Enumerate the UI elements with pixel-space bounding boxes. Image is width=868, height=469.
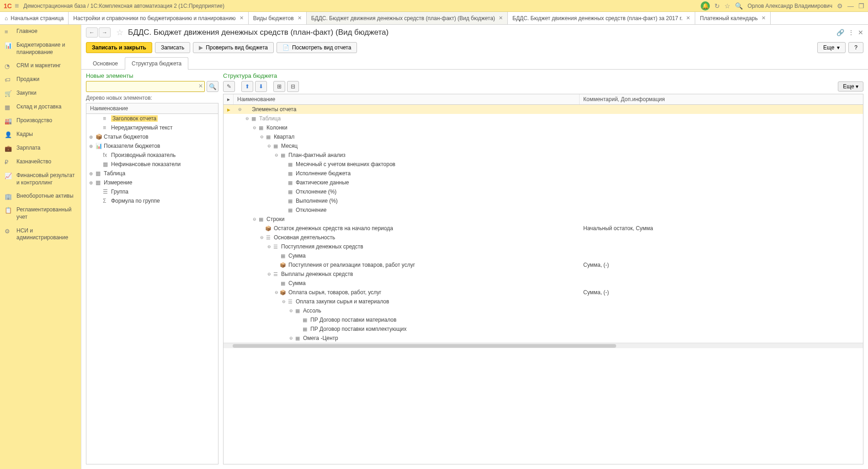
structure-row-4[interactable]: ⊖▦Месяц (224, 141, 863, 151)
move-up-button[interactable]: ⬆ (241, 81, 253, 92)
element-row-2[interactable]: ⊕📦Статьи бюджетов (86, 132, 218, 141)
more-icon[interactable]: ⋮ (848, 29, 854, 36)
sidebar-item-2[interactable]: ◔CRM и маркетинг (0, 59, 81, 73)
expand-icon[interactable]: ⊕ (89, 180, 96, 185)
expand-icon[interactable]: ⊖ (274, 290, 279, 295)
expand-icon[interactable]: ⊖ (266, 244, 272, 249)
sidebar-item-3[interactable]: 🏷Продажи (0, 73, 81, 86)
main-menu-icon[interactable]: ≡ (15, 2, 19, 10)
sidebar-item-1[interactable]: 📊Бюджетирование и планирование (0, 38, 81, 59)
structure-row-5[interactable]: ⊖▦План-фактный анализ (224, 151, 863, 160)
sidebar-item-6[interactable]: 🏭Производство (0, 114, 81, 128)
structure-row-6[interactable]: ▦Месячный с учетом внешних факторов (224, 160, 863, 169)
element-row-4[interactable]: fxПроизводный показатель (86, 151, 218, 160)
help-button[interactable]: ? (848, 42, 863, 53)
structure-row-13[interactable]: 📦Остаток денежных средств на начало пери… (224, 224, 863, 233)
tab-4[interactable]: БДДС. Бюджет движения денежных средств (… (508, 12, 695, 24)
expand-icon[interactable]: ⊖ (245, 116, 250, 121)
inner-tab-0[interactable]: Основное (86, 57, 125, 70)
expand-icon[interactable]: ⊖ (281, 299, 287, 304)
tab-close-icon[interactable]: ✕ (761, 15, 766, 21)
element-row-6[interactable]: ⊕▦Таблица (86, 169, 218, 178)
expand-icon[interactable]: ⊖ (259, 135, 265, 139)
close-page-icon[interactable]: ✕ (858, 29, 863, 36)
structure-row-0[interactable]: ⊖Элементы отчета (224, 105, 863, 114)
tab-5[interactable]: Платежный календарь✕ (695, 12, 770, 24)
tab-3[interactable]: БДДС. Бюджет движения денежных средств (… (307, 12, 508, 24)
structure-row-24[interactable]: ▦ПР Договор поставки комплектующих (224, 324, 863, 334)
expand-icon[interactable]: ⊖ (288, 308, 294, 313)
name-column-header[interactable]: Наименование (234, 94, 580, 104)
expand-icon[interactable]: ⊖ (237, 107, 243, 112)
expand-icon[interactable]: ⊖ (266, 144, 272, 148)
structure-more-button[interactable]: Еще ▾ (838, 81, 863, 92)
expand-icon[interactable]: ⊕ (89, 144, 96, 149)
structure-row-19[interactable]: ▦Сумма (224, 279, 863, 288)
element-row-9[interactable]: ΣФормула по группе (86, 196, 218, 205)
sidebar-item-12[interactable]: 📋Регламентированный учет (0, 203, 81, 224)
history-icon[interactable]: ↻ (714, 2, 720, 10)
restore-icon[interactable]: ❐ (858, 2, 864, 10)
structure-row-15[interactable]: ⊖☰Поступления денежных средств (224, 242, 863, 251)
nav-forward-button[interactable]: → (99, 27, 111, 38)
sidebar-item-13[interactable]: ⚙НСИ и администрирование (0, 224, 81, 245)
structure-row-22[interactable]: ⊖▦Ассоль (224, 306, 863, 315)
element-row-0[interactable]: ≡Заголовок отчета (86, 114, 218, 123)
expand-icon[interactable]: ⊖ (266, 272, 272, 276)
expand-icon[interactable]: ⊖ (274, 153, 279, 157)
clear-search-icon[interactable]: ✕ (198, 83, 203, 89)
favorite-star-icon[interactable]: ☆ (116, 27, 123, 38)
structure-row-17[interactable]: 📦Поступления от реализации товаров, рабо… (224, 260, 863, 270)
expand-icon[interactable]: ⊖ (252, 217, 257, 221)
expand-icon[interactable]: ⊕ (89, 171, 96, 176)
structure-row-10[interactable]: ▦Выполнение (%) (224, 196, 863, 205)
structure-row-18[interactable]: ⊖☰Выплаты денежных средств (224, 270, 863, 279)
search-button[interactable]: 🔍 (207, 81, 218, 92)
structure-row-2[interactable]: ⊖▦Колонки (224, 123, 863, 132)
structure-row-21[interactable]: ⊖☰Оплата закупки сырья и материалов (224, 297, 863, 306)
tab-0[interactable]: ⌂Начальная страница (0, 12, 69, 24)
favorites-icon[interactable]: ☆ (724, 2, 730, 10)
sidebar-item-10[interactable]: 📈Финансовый результат и контроллинг (0, 169, 81, 189)
tab-1[interactable]: Настройки и справочники по бюджетировани… (69, 12, 248, 24)
search-icon[interactable]: 🔍 (735, 2, 743, 10)
structure-row-3[interactable]: ⊖▦Квартал (224, 132, 863, 141)
structure-row-14[interactable]: ⊖☰Основная деятельность (224, 233, 863, 242)
element-row-5[interactable]: ▦Нефинансовые показатели (86, 160, 218, 169)
sidebar-item-0[interactable]: ≡Главное (0, 25, 81, 38)
user-name[interactable]: Орлов Александр Владимирович (747, 3, 832, 9)
check-budget-button[interactable]: ▶ Проверить вид бюджета (193, 42, 274, 53)
edit-button[interactable]: ✎ (223, 81, 235, 92)
sidebar-item-8[interactable]: 💼Зарплата (0, 141, 81, 155)
sidebar-item-4[interactable]: 🛒Закупки (0, 86, 81, 100)
structure-row-7[interactable]: ▦Исполнение бюджета (224, 169, 863, 178)
more-button[interactable]: Еще ▾ (817, 42, 846, 53)
minimize-icon[interactable]: — (847, 2, 854, 10)
sidebar-item-9[interactable]: ₽Казначейство (0, 155, 81, 169)
structure-row-12[interactable]: ⊖▦Строки (224, 215, 863, 224)
element-row-1[interactable]: ≡Нередактируемый текст (86, 123, 218, 132)
collapse-all-button[interactable]: ⊟ (287, 81, 299, 92)
save-button[interactable]: Записать (155, 42, 190, 53)
expand-all-button[interactable]: ⊞ (273, 81, 285, 92)
marker-column[interactable]: ▸ (224, 94, 234, 104)
expand-icon[interactable]: ⊖ (259, 235, 265, 240)
move-down-button[interactable]: ⬇ (255, 81, 267, 92)
structure-row-11[interactable]: ▦Отклонение (224, 205, 863, 215)
structure-row-8[interactable]: ▦Фактические данные (224, 178, 863, 187)
element-row-8[interactable]: ☰Группа (86, 187, 218, 196)
expand-icon[interactable]: ⊕ (89, 135, 96, 140)
expand-icon[interactable]: ⊖ (252, 125, 257, 130)
structure-row-20[interactable]: ⊖📦Оплата сырья, товаров, работ, услугСум… (224, 288, 863, 297)
tab-close-icon[interactable]: ✕ (499, 15, 503, 21)
comment-column-header[interactable]: Комментарий, Доп.информация (580, 94, 863, 104)
structure-row-23[interactable]: ▦ПР Договор поставки материалов (224, 315, 863, 324)
structure-row-16[interactable]: ▦Сумма (224, 251, 863, 260)
tab-2[interactable]: Виды бюджетов✕ (249, 12, 307, 24)
element-row-7[interactable]: ⊕▦Измерение (86, 178, 218, 187)
settings-icon[interactable]: ⚙ (837, 2, 843, 10)
structure-row-25[interactable]: ⊖▦Омега -Центр (224, 334, 863, 343)
sidebar-item-7[interactable]: 👤Кадры (0, 128, 81, 141)
search-input[interactable] (86, 81, 205, 92)
element-row-3[interactable]: ⊕📊Показатели бюджетов (86, 141, 218, 151)
